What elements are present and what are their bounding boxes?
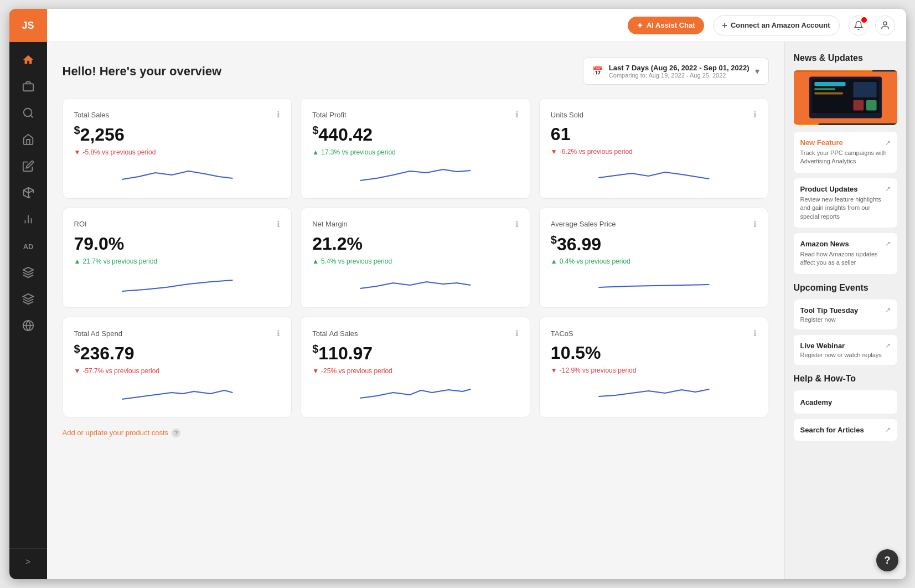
connect-amazon-button[interactable]: + Connect an Amazon Account <box>713 16 840 35</box>
svg-rect-16 <box>814 92 842 95</box>
news-item-desc: Read how Amazons updates affect you as a… <box>800 250 891 267</box>
metric-card-total-sales: Total Salesℹ $2,256 ▼-5.8% vs previous p… <box>63 98 292 199</box>
date-range-picker[interactable]: 📅 Last 7 Days (Aug 26, 2022 - Sep 01, 20… <box>583 58 769 85</box>
metric-label: Total Ad Sales <box>312 329 358 338</box>
svg-point-1 <box>23 109 32 117</box>
user-avatar[interactable] <box>875 16 895 35</box>
sidebar-expand-button[interactable]: > <box>9 548 47 570</box>
metric-card-total-ad-spend: Total Ad Spendℹ $236.79 ▼-57.7% vs previ… <box>63 317 292 417</box>
metric-change: ▼-25% vs previous period <box>312 367 519 375</box>
sidebar-item-stack[interactable] <box>9 286 47 312</box>
expand-icon: > <box>25 557 30 567</box>
help-section-title: Help & How-To <box>794 374 897 384</box>
dashboard-title: Hello! Here's your overview <box>63 64 222 79</box>
date-range-compare: Comparing to: Aug 19, 2022 - Aug 25, 202… <box>609 72 749 79</box>
metric-value: $236.79 <box>74 343 281 364</box>
info-icon[interactable]: ℹ <box>277 110 280 120</box>
product-costs-link[interactable]: Add or update your product costs ? <box>63 429 769 437</box>
news-item-new-feature[interactable]: New Feature ↗ Track your PPC campaigns w… <box>794 132 897 173</box>
sidebar-item-campaigns[interactable] <box>9 179 47 206</box>
header: ✦ AI Assist Chat + Connect an Amazon Acc… <box>47 9 906 42</box>
help-circle-icon: ? <box>172 429 180 437</box>
sidebar-item-ads[interactable]: AD <box>9 233 47 259</box>
connect-amazon-label: Connect an Amazon Account <box>731 21 830 29</box>
sparkline-chart <box>74 272 281 294</box>
info-icon[interactable]: ℹ <box>515 328 519 338</box>
notification-button[interactable] <box>849 16 869 35</box>
event-sub: Register now <box>800 316 891 323</box>
info-icon[interactable]: ℹ <box>515 219 519 229</box>
metric-card-net-margin: Net Marginℹ 21.2% ▲5.4% vs previous peri… <box>301 208 530 308</box>
sidebar-item-analytics[interactable] <box>9 206 47 233</box>
metric-label: Total Profit <box>312 111 346 119</box>
news-section-title: News & Updates <box>794 53 897 63</box>
help-item-search-articles[interactable]: Search for Articles ↗ <box>794 419 897 441</box>
date-picker-text: Last 7 Days (Aug 26, 2022 - Sep 01, 2022… <box>609 64 749 79</box>
sparkline-chart <box>551 272 757 294</box>
svg-rect-19 <box>866 100 876 111</box>
svg-marker-6 <box>23 267 33 272</box>
metric-label: Total Sales <box>74 111 110 119</box>
app-logo[interactable]: JS <box>9 9 47 42</box>
external-link-icon: ↗ <box>885 426 891 434</box>
sidebar-nav: AD <box>9 42 47 548</box>
info-icon[interactable]: ℹ <box>753 219 757 229</box>
info-icon[interactable]: ℹ <box>515 110 519 120</box>
metric-label: Total Ad Spend <box>74 329 122 338</box>
help-fab-button[interactable]: ? <box>876 549 898 571</box>
info-icon[interactable]: ℹ <box>277 328 280 338</box>
event-tooltip-tuesday[interactable]: Tool Tip Tuesday ↗ Register now <box>794 300 897 329</box>
event-title: Tool Tip Tuesday <box>800 306 859 314</box>
info-icon[interactable]: ℹ <box>277 219 280 229</box>
metric-card-units-sold: Units Soldℹ 61 ▼-6.2% vs previous period <box>539 98 769 199</box>
metric-change: ▼-5.8% vs previous period <box>74 148 281 156</box>
metric-card-tacos: TACoSℹ 10.5% ▼-12.9% vs previous period <box>539 317 769 417</box>
metrics-row-3: Total Ad Spendℹ $236.79 ▼-57.7% vs previ… <box>63 317 769 417</box>
sidebar-item-store[interactable] <box>9 126 47 153</box>
logo-text: JS <box>22 20 34 32</box>
sidebar-item-home[interactable] <box>9 47 47 73</box>
date-range-main: Last 7 Days (Aug 26, 2022 - Sep 01, 2022… <box>609 64 749 72</box>
news-item-product-updates[interactable]: Product Updates ↗ Review new feature hig… <box>794 178 897 228</box>
sidebar-item-globe[interactable] <box>9 312 47 339</box>
info-icon[interactable]: ℹ <box>753 328 757 338</box>
metric-label: TACoS <box>551 329 573 338</box>
news-item-title: Product Updates <box>800 185 858 193</box>
ai-icon: ✦ <box>637 21 643 30</box>
sidebar-item-layers[interactable] <box>9 259 47 286</box>
metrics-grid: Total Salesℹ $2,256 ▼-5.8% vs previous p… <box>63 98 769 199</box>
sidebar-item-search[interactable] <box>9 100 47 126</box>
metric-card-total-ad-sales: Total Ad Salesℹ $110.97 ▼-25% vs previou… <box>301 317 530 417</box>
sparkline-chart <box>312 381 519 404</box>
content-wrapper: Hello! Here's your overview 📅 Last 7 Day… <box>47 42 906 579</box>
sparkline-chart <box>74 381 281 404</box>
news-feature-image <box>794 70 897 125</box>
metric-value: 21.2% <box>312 234 519 254</box>
notification-dot <box>861 17 867 23</box>
metric-card-total-profit: Total Profitℹ $440.42 ▲17.3% vs previous… <box>301 98 530 199</box>
sidebar-item-products[interactable] <box>9 73 47 100</box>
news-item-desc: Track your PPC campaigns with Advertisin… <box>800 149 891 166</box>
metric-card-avg-sales-price: Average Sales Priceℹ $36.99 ▲0.4% vs pre… <box>539 208 769 308</box>
metric-value: 61 <box>551 124 757 145</box>
external-link-icon: ↗ <box>885 240 891 247</box>
news-item-amazon-news[interactable]: Amazon News ↗ Read how Amazons updates a… <box>794 233 897 274</box>
dashboard-header: Hello! Here's your overview 📅 Last 7 Day… <box>63 58 769 85</box>
metric-value: 79.0% <box>74 234 281 254</box>
events-section-title: Upcoming Events <box>794 283 897 293</box>
help-item-title: Search for Articles <box>800 426 864 434</box>
metric-value: $440.42 <box>312 124 519 145</box>
event-live-webinar[interactable]: Live Webinar ↗ Register now or watch rep… <box>794 335 897 365</box>
metric-label: Net Margin <box>312 220 348 228</box>
svg-rect-0 <box>23 84 33 91</box>
sparkline-chart <box>551 381 757 403</box>
metric-value: $36.99 <box>551 234 757 255</box>
date-chevron-icon: ▾ <box>755 66 759 76</box>
news-item-title: New Feature <box>800 138 843 147</box>
sidebar: JS AD <box>9 9 47 579</box>
sidebar-item-edit[interactable] <box>9 153 47 179</box>
metric-change: ▲5.4% vs previous period <box>312 257 519 265</box>
help-item-academy[interactable]: Academy <box>794 390 897 414</box>
info-icon[interactable]: ℹ <box>753 110 757 120</box>
ai-assist-button[interactable]: ✦ AI Assist Chat <box>628 17 704 34</box>
